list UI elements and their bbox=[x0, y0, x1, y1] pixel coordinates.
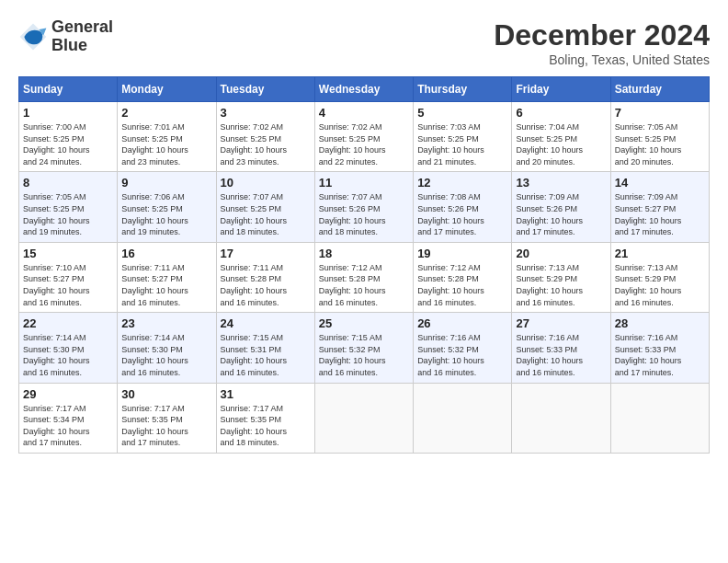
header: General Blue December 2024 Boling, Texas… bbox=[18, 18, 710, 67]
day-number: 13 bbox=[516, 176, 606, 190]
week-row: 1Sunrise: 7:00 AM Sunset: 5:25 PM Daylig… bbox=[19, 102, 710, 172]
day-info: Sunrise: 7:08 AM Sunset: 5:26 PM Dayligh… bbox=[417, 191, 507, 237]
day-cell: 15Sunrise: 7:10 AM Sunset: 5:27 PM Dayli… bbox=[19, 242, 118, 312]
day-info: Sunrise: 7:01 AM Sunset: 5:25 PM Dayligh… bbox=[121, 121, 211, 167]
day-cell: 7Sunrise: 7:05 AM Sunset: 5:25 PM Daylig… bbox=[610, 102, 709, 172]
day-cell: 24Sunrise: 7:15 AM Sunset: 5:31 PM Dayli… bbox=[216, 313, 314, 383]
day-number: 3 bbox=[221, 106, 311, 120]
day-info: Sunrise: 7:12 AM Sunset: 5:28 PM Dayligh… bbox=[319, 262, 409, 308]
day-header-thursday: Thursday bbox=[414, 77, 512, 102]
day-cell: 21Sunrise: 7:13 AM Sunset: 5:29 PM Dayli… bbox=[610, 242, 709, 312]
day-cell: 11Sunrise: 7:07 AM Sunset: 5:26 PM Dayli… bbox=[314, 172, 413, 242]
day-info: Sunrise: 7:10 AM Sunset: 5:27 PM Dayligh… bbox=[23, 262, 113, 308]
month-title: December 2024 bbox=[494, 18, 710, 52]
day-header-wednesday: Wednesday bbox=[314, 77, 413, 102]
day-info: Sunrise: 7:06 AM Sunset: 5:25 PM Dayligh… bbox=[121, 191, 211, 237]
day-info: Sunrise: 7:09 AM Sunset: 5:26 PM Dayligh… bbox=[516, 191, 606, 237]
day-number: 23 bbox=[121, 316, 211, 330]
day-info: Sunrise: 7:12 AM Sunset: 5:28 PM Dayligh… bbox=[417, 262, 507, 308]
day-info: Sunrise: 7:17 AM Sunset: 5:35 PM Dayligh… bbox=[221, 403, 311, 449]
day-cell: 5Sunrise: 7:03 AM Sunset: 5:25 PM Daylig… bbox=[414, 102, 512, 172]
day-cell: 20Sunrise: 7:13 AM Sunset: 5:29 PM Dayli… bbox=[512, 242, 610, 312]
day-number: 18 bbox=[319, 247, 409, 260]
day-header-sunday: Sunday bbox=[19, 77, 118, 102]
day-cell: 8Sunrise: 7:05 AM Sunset: 5:25 PM Daylig… bbox=[19, 172, 118, 242]
logo-text: General Blue bbox=[51, 18, 113, 55]
day-header-friday: Friday bbox=[512, 77, 610, 102]
day-number: 30 bbox=[121, 387, 211, 401]
day-info: Sunrise: 7:16 AM Sunset: 5:32 PM Dayligh… bbox=[417, 332, 507, 378]
week-row: 15Sunrise: 7:10 AM Sunset: 5:27 PM Dayli… bbox=[19, 242, 710, 312]
day-info: Sunrise: 7:03 AM Sunset: 5:25 PM Dayligh… bbox=[417, 121, 507, 167]
day-cell: 19Sunrise: 7:12 AM Sunset: 5:28 PM Dayli… bbox=[414, 242, 512, 312]
day-cell: 31Sunrise: 7:17 AM Sunset: 5:35 PM Dayli… bbox=[216, 383, 314, 453]
title-area: December 2024 Boling, Texas, United Stat… bbox=[494, 18, 710, 67]
day-number: 25 bbox=[319, 316, 409, 330]
day-number: 22 bbox=[23, 316, 113, 330]
day-info: Sunrise: 7:13 AM Sunset: 5:29 PM Dayligh… bbox=[516, 262, 606, 308]
day-number: 16 bbox=[121, 247, 211, 260]
day-cell bbox=[610, 383, 709, 453]
day-number: 9 bbox=[121, 176, 211, 190]
day-number: 21 bbox=[615, 247, 705, 260]
day-header-saturday: Saturday bbox=[610, 77, 709, 102]
day-cell: 1Sunrise: 7:00 AM Sunset: 5:25 PM Daylig… bbox=[19, 102, 118, 172]
day-info: Sunrise: 7:13 AM Sunset: 5:29 PM Dayligh… bbox=[615, 262, 705, 308]
day-info: Sunrise: 7:14 AM Sunset: 5:30 PM Dayligh… bbox=[121, 332, 211, 378]
day-cell: 27Sunrise: 7:16 AM Sunset: 5:33 PM Dayli… bbox=[512, 313, 610, 383]
day-number: 15 bbox=[23, 247, 113, 260]
day-number: 12 bbox=[417, 176, 507, 190]
day-info: Sunrise: 7:16 AM Sunset: 5:33 PM Dayligh… bbox=[516, 332, 606, 378]
day-number: 4 bbox=[319, 106, 409, 120]
day-number: 20 bbox=[516, 247, 606, 260]
day-number: 6 bbox=[516, 106, 606, 120]
day-number: 10 bbox=[221, 176, 311, 190]
day-info: Sunrise: 7:05 AM Sunset: 5:25 PM Dayligh… bbox=[23, 191, 113, 237]
day-header-tuesday: Tuesday bbox=[216, 77, 314, 102]
week-row: 22Sunrise: 7:14 AM Sunset: 5:30 PM Dayli… bbox=[19, 313, 710, 383]
day-info: Sunrise: 7:07 AM Sunset: 5:25 PM Dayligh… bbox=[221, 191, 311, 237]
week-row: 29Sunrise: 7:17 AM Sunset: 5:34 PM Dayli… bbox=[19, 383, 710, 453]
day-number: 17 bbox=[221, 247, 311, 260]
day-cell: 18Sunrise: 7:12 AM Sunset: 5:28 PM Dayli… bbox=[314, 242, 413, 312]
day-cell bbox=[512, 383, 610, 453]
day-number: 31 bbox=[221, 387, 311, 401]
day-cell: 23Sunrise: 7:14 AM Sunset: 5:30 PM Dayli… bbox=[118, 313, 216, 383]
day-info: Sunrise: 7:07 AM Sunset: 5:26 PM Dayligh… bbox=[319, 191, 409, 237]
location-title: Boling, Texas, United States bbox=[494, 52, 710, 67]
day-cell: 13Sunrise: 7:09 AM Sunset: 5:26 PM Dayli… bbox=[512, 172, 610, 242]
day-cell: 30Sunrise: 7:17 AM Sunset: 5:35 PM Dayli… bbox=[118, 383, 216, 453]
day-cell bbox=[314, 383, 413, 453]
day-number: 2 bbox=[121, 106, 211, 120]
day-number: 27 bbox=[516, 316, 606, 330]
week-row: 8Sunrise: 7:05 AM Sunset: 5:25 PM Daylig… bbox=[19, 172, 710, 242]
day-cell: 17Sunrise: 7:11 AM Sunset: 5:28 PM Dayli… bbox=[216, 242, 314, 312]
day-cell: 9Sunrise: 7:06 AM Sunset: 5:25 PM Daylig… bbox=[118, 172, 216, 242]
day-number: 8 bbox=[23, 176, 113, 190]
day-header-monday: Monday bbox=[118, 77, 216, 102]
day-cell: 4Sunrise: 7:02 AM Sunset: 5:25 PM Daylig… bbox=[314, 102, 413, 172]
logo: General Blue bbox=[18, 18, 113, 55]
day-cell: 28Sunrise: 7:16 AM Sunset: 5:33 PM Dayli… bbox=[610, 313, 709, 383]
day-info: Sunrise: 7:09 AM Sunset: 5:27 PM Dayligh… bbox=[615, 191, 705, 237]
day-cell: 25Sunrise: 7:15 AM Sunset: 5:32 PM Dayli… bbox=[314, 313, 413, 383]
logo-icon bbox=[18, 22, 48, 52]
day-number: 11 bbox=[319, 176, 409, 190]
day-info: Sunrise: 7:04 AM Sunset: 5:25 PM Dayligh… bbox=[516, 121, 606, 167]
day-cell: 16Sunrise: 7:11 AM Sunset: 5:27 PM Dayli… bbox=[118, 242, 216, 312]
day-cell: 29Sunrise: 7:17 AM Sunset: 5:34 PM Dayli… bbox=[19, 383, 118, 453]
day-info: Sunrise: 7:11 AM Sunset: 5:28 PM Dayligh… bbox=[221, 262, 311, 308]
day-info: Sunrise: 7:16 AM Sunset: 5:33 PM Dayligh… bbox=[615, 332, 705, 378]
day-info: Sunrise: 7:11 AM Sunset: 5:27 PM Dayligh… bbox=[121, 262, 211, 308]
day-cell: 22Sunrise: 7:14 AM Sunset: 5:30 PM Dayli… bbox=[19, 313, 118, 383]
day-info: Sunrise: 7:17 AM Sunset: 5:34 PM Dayligh… bbox=[23, 403, 113, 449]
day-info: Sunrise: 7:14 AM Sunset: 5:30 PM Dayligh… bbox=[23, 332, 113, 378]
day-number: 7 bbox=[615, 106, 705, 120]
day-number: 26 bbox=[417, 316, 507, 330]
day-number: 29 bbox=[23, 387, 113, 401]
day-info: Sunrise: 7:15 AM Sunset: 5:32 PM Dayligh… bbox=[319, 332, 409, 378]
day-info: Sunrise: 7:00 AM Sunset: 5:25 PM Dayligh… bbox=[23, 121, 113, 167]
day-number: 24 bbox=[221, 316, 311, 330]
day-cell: 2Sunrise: 7:01 AM Sunset: 5:25 PM Daylig… bbox=[118, 102, 216, 172]
day-info: Sunrise: 7:02 AM Sunset: 5:25 PM Dayligh… bbox=[221, 121, 311, 167]
